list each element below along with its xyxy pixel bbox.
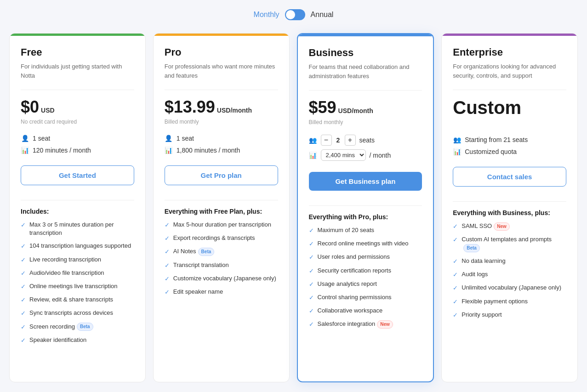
cta-button-pro[interactable]: Get Pro plan: [165, 165, 278, 185]
minutes-label: 120 minutes / month: [33, 147, 91, 154]
check-icon: ✓: [453, 271, 458, 279]
feature-item: ✓ SAML SSONew: [453, 222, 566, 231]
seats-row-free: 👤 1 seat: [21, 134, 134, 142]
feature-text: Export recordings & transcripts: [173, 234, 255, 242]
check-icon: ✓: [165, 248, 170, 256]
minutes-row-free: 📊 120 minutes / month: [21, 146, 134, 154]
feature-item: ✓ Max 5-hour duration per transcription: [165, 221, 278, 229]
check-icon: ✓: [21, 269, 26, 278]
seats-info: Starting from 21 seats: [465, 136, 528, 143]
check-icon: ✓: [21, 296, 26, 304]
price-currency-pro: USD/month: [217, 107, 252, 114]
feature-item: ✓ Security certification reports: [309, 267, 422, 275]
feature-item: ✓ Custom AI templates and promptsBeta: [453, 235, 566, 252]
seats-label: 1 seat: [33, 135, 50, 142]
feature-item: ✓ Max 3 or 5 minutes duration per transc…: [21, 221, 134, 237]
price-amount-free: $0: [21, 97, 39, 117]
decrement-seats[interactable]: −: [321, 135, 332, 146]
plan-card-business: Business For teams that need collaborati…: [297, 33, 434, 382]
check-icon: ✓: [21, 323, 26, 331]
billing-toggle: Monthly Annual: [254, 9, 334, 20]
plan-card-pro: Pro For professionals who want more minu…: [153, 33, 290, 382]
feature-text: Audit logs: [462, 270, 488, 278]
feature-item: ✓ Review, edit & share transcripts: [21, 295, 134, 304]
feature-item: ✓ 104 transcription languages supported: [21, 242, 134, 250]
feature-text: User roles and permissions: [318, 253, 390, 261]
seats-label: seats: [359, 136, 375, 144]
seat-icon-business: 👥: [309, 136, 317, 144]
feature-text: Speaker identification: [29, 336, 86, 344]
price-note-pro: Billed monthly: [165, 119, 278, 127]
feature-item: ✓ Salesforce integrationNew: [309, 320, 422, 329]
check-icon: ✓: [21, 309, 26, 318]
check-icon: ✓: [309, 240, 314, 248]
feature-item: ✓ Speaker identification: [21, 336, 134, 345]
feature-item: ✓ Usage analytics report: [309, 280, 422, 289]
feature-text: Review, edit & share transcripts: [29, 295, 113, 304]
check-icon: ✓: [453, 311, 458, 319]
plan-desc-pro: For professionals who want more minutes …: [165, 62, 278, 82]
check-icon: ✓: [453, 298, 458, 306]
feature-text: Flexible payment options: [462, 297, 528, 306]
check-icon: ✓: [21, 221, 26, 229]
minutes-row-enterprise: 📊 Customized quota: [453, 148, 566, 156]
feature-text: Max 5-hour duration per transcription: [173, 221, 271, 229]
price-row-free: $0 USD: [21, 97, 134, 117]
feature-item: ✓ Collaborative workspace: [309, 307, 422, 315]
seats-label: 1 seat: [177, 135, 194, 142]
badge-new: New: [494, 222, 510, 231]
audio-icon-pro: 📊: [165, 146, 173, 154]
seats-row-pro: 👤 1 seat: [165, 134, 278, 142]
minutes-row-business: 📊 2,400 mins / month: [309, 149, 422, 161]
badge-new: New: [377, 320, 393, 329]
toggle-thumb: [286, 10, 295, 19]
seats-row-enterprise: 👥 Starting from 21 seats: [453, 136, 566, 144]
check-icon: ✓: [309, 307, 314, 315]
divider-top-free: [21, 90, 134, 90]
check-icon: ✓: [21, 242, 26, 250]
plan-desc-business: For teams that need collaboration and ad…: [309, 62, 422, 83]
minutes-select[interactable]: 2,400 mins: [321, 149, 366, 161]
check-icon: ✓: [21, 283, 26, 291]
seat-counter: − 2 +: [321, 135, 356, 146]
monthly-label: Monthly: [254, 11, 279, 19]
cta-button-business[interactable]: Get Business plan: [309, 172, 422, 191]
check-icon: ✓: [165, 234, 170, 243]
price-currency-business: USD/month: [338, 107, 373, 114]
seat-icon-enterprise: 👥: [453, 136, 461, 144]
audio-icon-free: 📊: [21, 146, 29, 154]
feature-item: ✓ AI NotesBeta: [165, 247, 278, 256]
feature-text: Usage analytics report: [318, 280, 377, 288]
features-header-pro: Everything with Free Plan, plus:: [165, 208, 278, 215]
cta-button-free[interactable]: Get Started: [21, 165, 134, 185]
plans-container: Free For individuals just getting starte…: [9, 33, 578, 382]
feature-item: ✓ Audit logs: [453, 270, 566, 279]
feature-item: ✓ Sync transcripts across devices: [21, 309, 134, 318]
cta-button-enterprise[interactable]: Contact sales: [453, 167, 566, 187]
feature-text: Salesforce integrationNew: [318, 320, 393, 329]
increment-seats[interactable]: +: [345, 135, 356, 146]
feature-item: ✓ Customize vocabulary (Japanese only): [165, 274, 278, 283]
seat-icon-free: 👤: [21, 134, 29, 142]
feature-text: Customize vocabulary (Japanese only): [173, 274, 276, 283]
toggle-track[interactable]: [285, 9, 305, 20]
badge-beta: Beta: [463, 244, 480, 252]
seats-row-business: 👥 − 2 + seats: [309, 135, 422, 146]
feature-text: Unlimited vocabulary (Japanese only): [462, 284, 561, 292]
check-icon: ✓: [309, 294, 314, 302]
feature-item: ✓ No data learning: [453, 257, 566, 266]
feature-item: ✓ Live recording transcription: [21, 256, 134, 264]
plan-name-pro: Pro: [165, 46, 278, 58]
plan-name-enterprise: Enterprise: [453, 46, 566, 58]
plan-card-free: Free For individuals just getting starte…: [9, 33, 146, 382]
features-header-business: Everything with Pro, plus:: [309, 213, 422, 221]
feature-text: Live recording transcription: [29, 256, 101, 264]
check-icon: ✓: [453, 236, 458, 244]
check-icon: ✓: [165, 261, 170, 270]
divider-top-pro: [165, 90, 278, 90]
price-row-business: $59 USD/month: [309, 98, 422, 117]
feature-text: Custom AI templates and promptsBeta: [462, 235, 566, 252]
feature-text: Sync transcripts across devices: [29, 309, 113, 317]
feature-text: Priority support: [462, 311, 502, 319]
audio-icon-business: 📊: [309, 151, 317, 159]
